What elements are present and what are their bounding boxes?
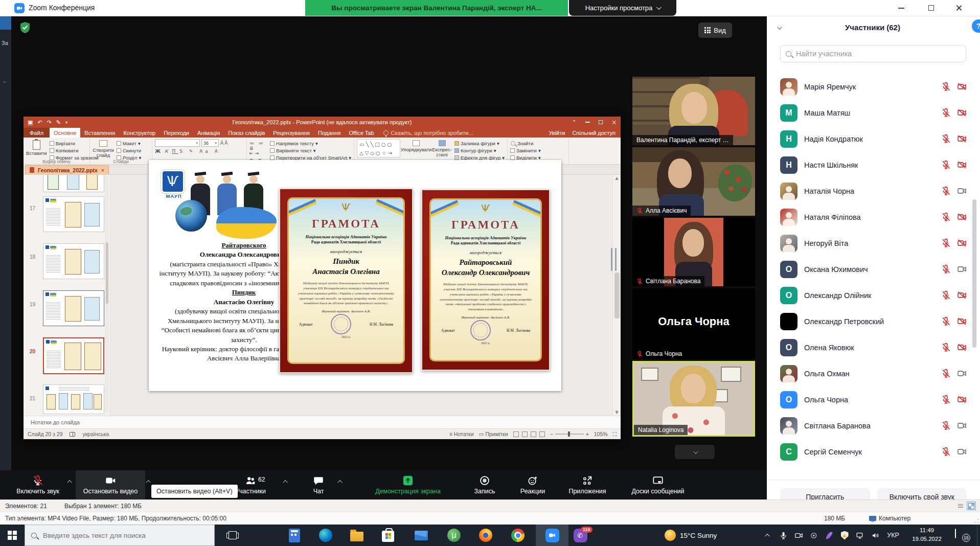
- participant-search[interactable]: [780, 45, 966, 62]
- participant-row[interactable]: Наталія Чорна: [767, 178, 980, 204]
- notes-area[interactable]: Нотатки до слайда: [24, 416, 621, 428]
- shapes-gallery[interactable]: ▭╲╲□○○△▽◇○☆→: [357, 139, 400, 157]
- language-indicator[interactable]: УКР: [883, 532, 903, 539]
- fit-slide-icon[interactable]: ⛶: [613, 431, 617, 438]
- ppt-close-button[interactable]: [607, 117, 621, 128]
- tab-transitions[interactable]: Переходи: [159, 128, 193, 138]
- new-slide-button[interactable]: Створити слайд: [93, 139, 114, 158]
- participant-row[interactable]: Наталя Філіпова: [767, 204, 980, 230]
- tab-animations[interactable]: Анімація: [193, 128, 224, 138]
- taskbar-search[interactable]: [25, 525, 215, 546]
- document-tab[interactable]: Геополітика_2022.pptx ×: [25, 165, 109, 174]
- chat-chevron[interactable]: [339, 476, 343, 486]
- show-desktop-button[interactable]: [977, 525, 980, 546]
- tab-design[interactable]: Конструктор: [119, 128, 159, 138]
- collapse-videos-button[interactable]: [675, 445, 715, 459]
- tray-camera-icon[interactable]: [791, 531, 806, 540]
- customize-qat-icon[interactable]: ▾: [65, 120, 67, 125]
- participant-row[interactable]: Марія Яремчук: [767, 74, 980, 100]
- text-direction-button[interactable]: Напрямок тексту ▾: [270, 141, 351, 146]
- tab-file[interactable]: Файл: [24, 128, 50, 138]
- close-tab-icon[interactable]: ×: [101, 167, 104, 173]
- replace-button[interactable]: Замінити ▾: [510, 148, 541, 153]
- quick-access-toolbar[interactable]: ▣ ↶ ↷ ✎ ▾: [28, 119, 67, 126]
- spellcheck-icon[interactable]: [70, 432, 75, 437]
- layout-button[interactable]: Макет ▾: [117, 141, 141, 146]
- scrollbar-thumb[interactable]: [614, 272, 620, 318]
- slide-thumb-21[interactable]: [43, 384, 104, 414]
- chat-button[interactable]: Чат: [299, 470, 338, 499]
- tray-volume-icon[interactable]: [868, 531, 883, 540]
- slide-thumb-18[interactable]: [43, 243, 104, 279]
- tray-security-icon[interactable]: [837, 531, 852, 540]
- tab-view[interactable]: Подання: [314, 128, 345, 138]
- video-tile-natalia-active[interactable]: Natalia Loginova: [632, 361, 755, 437]
- paste-button[interactable]: Вставити: [26, 139, 47, 158]
- tab-officetab[interactable]: Office Tab: [345, 128, 378, 138]
- viber-app[interactable]: ✆110: [568, 525, 592, 546]
- redo-icon[interactable]: ↷: [47, 119, 52, 126]
- calculator-app[interactable]: [283, 525, 306, 546]
- scroll-down-icon[interactable]: ▼: [615, 410, 618, 415]
- grow-shrink-font-icons[interactable]: А́А̌: [220, 141, 229, 146]
- video-tile-valentyna[interactable]: Валентина Парандій, експерт …: [632, 77, 755, 145]
- tab-home[interactable]: Основне: [50, 128, 80, 138]
- mail-app[interactable]: [409, 525, 433, 546]
- unmute-button[interactable]: Включить звук: [8, 470, 67, 499]
- chrome-app[interactable]: [506, 525, 530, 546]
- tab-review[interactable]: Рецензування: [269, 128, 314, 138]
- maximize-button[interactable]: [919, 0, 943, 16]
- ppt-titlebar[interactable]: ▣ ↶ ↷ ✎ ▾ Геополітика_2022.pptx - PowerP…: [24, 117, 621, 128]
- slide-thumb-17[interactable]: [43, 196, 104, 232]
- canvas-scrollbar[interactable]: ▲ ▼: [612, 175, 621, 416]
- scroll-up-icon[interactable]: ▲: [615, 176, 618, 180]
- quick-styles-button[interactable]: Експрес-стилі: [432, 139, 452, 158]
- tell-me-box[interactable]: Скажіть, що потрібно зробити...: [378, 128, 478, 138]
- security-shield-icon[interactable]: [19, 21, 31, 36]
- zoom-slider[interactable]: −+: [550, 431, 589, 437]
- slide-thumb-16[interactable]: [43, 175, 104, 192]
- participant-row[interactable]: О Ольга Чорна: [767, 386, 980, 413]
- slide-thumb-19[interactable]: [43, 290, 104, 326]
- language-indicator[interactable]: українська: [82, 431, 109, 437]
- tray-mic-icon[interactable]: [776, 531, 791, 540]
- zoom-level[interactable]: 105%: [594, 431, 608, 437]
- save-icon[interactable]: ▣: [28, 119, 33, 126]
- find-button[interactable]: Знайти: [510, 141, 541, 146]
- notification-center-button[interactable]: 15: [955, 529, 966, 539]
- font-name-combo[interactable]: ▾: [155, 139, 200, 147]
- stop-video-button[interactable]: Остановить видео: [76, 470, 145, 499]
- audio-options-chevron[interactable]: [69, 476, 72, 486]
- panel-scrollbar[interactable]: [972, 199, 976, 348]
- reset-button[interactable]: Скинути: [117, 148, 141, 153]
- ppt-restore-button[interactable]: [594, 117, 607, 128]
- undo-icon[interactable]: ↶: [37, 119, 42, 126]
- weather-widget[interactable]: 15°C Sunny: [665, 525, 717, 546]
- view-settings-button[interactable]: Настройки просмотра: [569, 0, 676, 16]
- record-button[interactable]: Запись: [464, 470, 505, 499]
- participant-row[interactable]: М Маша Матяш: [767, 100, 980, 126]
- firefox-app[interactable]: [474, 525, 497, 546]
- tray-expand-chevron[interactable]: [760, 534, 776, 537]
- notes-toggle[interactable]: ≡ Нотатки: [449, 431, 474, 437]
- align-text-button[interactable]: Вирівняти текст ▾: [270, 148, 351, 153]
- share-button[interactable]: Спільний доступ: [572, 130, 616, 136]
- view-mode-buttons[interactable]: [513, 431, 545, 437]
- slide-thumbnail-panel[interactable]: 17 18 19: [24, 175, 110, 416]
- list-align-buttons[interactable]: ≔ ≕ ≣ ⇤⇥≡ ≡ ≡ ≣: [249, 139, 267, 158]
- clock[interactable]: 11:49 19.05.2022: [905, 526, 949, 543]
- participant-row[interactable]: Негоруй Віта: [767, 230, 980, 256]
- video-tile-svitlana[interactable]: Світлана Баранова: [632, 218, 755, 286]
- thumbnail-scrollbar[interactable]: [105, 176, 109, 412]
- view-button[interactable]: Вид: [698, 22, 732, 38]
- video-tile-olha-chorna[interactable]: Ольга Чорна Ольга Чорна: [632, 288, 755, 359]
- apps-button[interactable]: Приложения: [559, 470, 616, 499]
- share-screen-button[interactable]: Демонстрация экрана: [358, 470, 458, 499]
- tray-speaker-icon[interactable]: [806, 531, 822, 540]
- task-view-button[interactable]: [221, 525, 244, 546]
- font-style-buttons[interactable]: ЖКПS ✎ Аа A: [155, 149, 244, 154]
- participant-row[interactable]: О Оксана Юхимович: [767, 256, 980, 282]
- participants-chevron[interactable]: [284, 476, 288, 486]
- shape-fill-button[interactable]: Заливка фігури ▾: [454, 141, 505, 146]
- minimize-button[interactable]: [890, 0, 913, 16]
